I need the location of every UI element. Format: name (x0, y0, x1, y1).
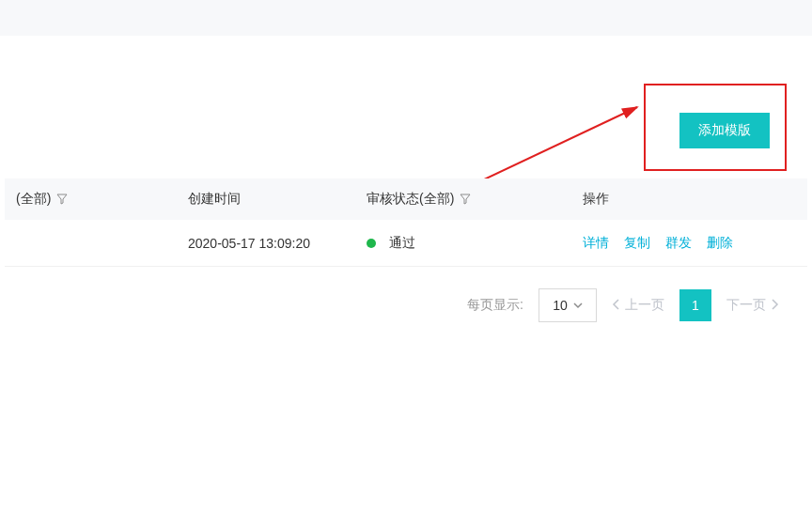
op-detail-link[interactable]: 详情 (583, 235, 609, 250)
op-bulk-link[interactable]: 群发 (665, 235, 692, 250)
chevron-left-icon (612, 298, 621, 313)
chevron-down-icon (573, 298, 583, 313)
cell-ops: 详情 复制 群发 删除 (583, 235, 807, 252)
cell-created-at: 2020-05-17 13:09:20 (188, 236, 367, 251)
header-type[interactable]: (全部) (5, 191, 188, 208)
table-header: (全部) 创建时间 审核状态(全部) 操作 (5, 178, 807, 220)
prev-page-button[interactable]: 上一页 (612, 297, 664, 314)
page-number-current[interactable]: 1 (679, 289, 711, 321)
header-ops: 操作 (583, 191, 807, 208)
next-page-label: 下一页 (726, 297, 766, 314)
pagination-bar: 每页显示: 10 上一页 1 下一页 (5, 282, 807, 329)
filter-icon[interactable] (56, 194, 68, 205)
page-size-select[interactable]: 10 (539, 288, 597, 322)
op-copy-link[interactable]: 复制 (624, 235, 650, 250)
op-delete-link[interactable]: 删除 (707, 235, 733, 250)
action-bar: 添加模版 (5, 101, 807, 171)
header-status[interactable]: 审核状态(全部) (367, 191, 583, 208)
per-page-label: 每页显示: (467, 297, 523, 314)
top-strip (0, 0, 812, 36)
add-template-button[interactable]: 添加模版 (679, 113, 770, 148)
header-type-label: (全部) (16, 191, 51, 208)
next-page-button[interactable]: 下一页 (726, 297, 779, 314)
filter-icon[interactable] (460, 194, 471, 205)
chevron-right-icon (770, 298, 779, 313)
header-created-at[interactable]: 创建时间 (188, 191, 367, 208)
table-row: 2020-05-17 13:09:20 通过 详情 复制 群发 删除 (5, 220, 807, 267)
status-dot-icon (367, 239, 376, 248)
cell-status: 通过 (367, 235, 583, 252)
status-text: 通过 (389, 235, 415, 252)
header-status-label: 审核状态(全部) (367, 191, 454, 208)
page-size-value: 10 (553, 298, 568, 313)
prev-page-label: 上一页 (625, 297, 664, 314)
page-root: 添加模版 (全部) 创建时间 审核状态(全部) 操作 2020-05 (0, 0, 812, 512)
